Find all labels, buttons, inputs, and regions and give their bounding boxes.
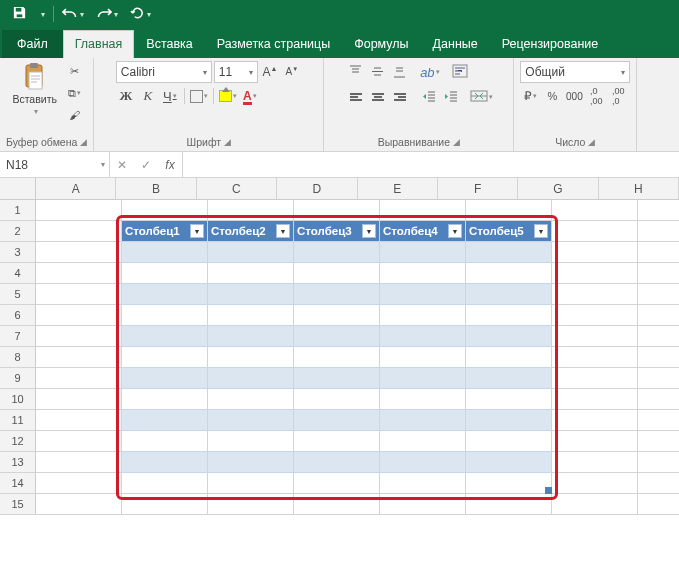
cell[interactable] <box>638 452 679 473</box>
row-header[interactable]: 8 <box>0 347 36 368</box>
cell[interactable] <box>552 347 638 368</box>
chevron-down-icon[interactable]: ▾ <box>80 10 84 19</box>
table-cell[interactable] <box>294 347 380 368</box>
table-cell[interactable] <box>380 410 466 431</box>
row-header[interactable]: 5 <box>0 284 36 305</box>
name-box[interactable]: N18▾ <box>0 152 110 177</box>
align-center-button[interactable] <box>368 87 388 107</box>
column-header[interactable]: A <box>36 178 116 200</box>
column-header[interactable]: B <box>116 178 196 200</box>
increase-indent-button[interactable] <box>442 87 462 107</box>
table-cell[interactable] <box>380 452 466 473</box>
cut-button[interactable]: ✂ <box>65 61 85 81</box>
row-header[interactable]: 7 <box>0 326 36 347</box>
table-cell[interactable] <box>122 347 208 368</box>
cell[interactable] <box>638 200 679 221</box>
italic-button[interactable]: К <box>138 86 158 106</box>
decrease-indent-button[interactable] <box>420 87 440 107</box>
table-cell[interactable] <box>380 473 466 494</box>
table-cell[interactable] <box>122 284 208 305</box>
cell[interactable] <box>380 494 466 515</box>
table-cell[interactable] <box>208 305 294 326</box>
table-cell[interactable] <box>122 452 208 473</box>
cell[interactable] <box>638 284 679 305</box>
row-header[interactable]: 3 <box>0 242 36 263</box>
borders-button[interactable]: ▾ <box>189 86 209 106</box>
align-bottom-button[interactable] <box>390 62 410 82</box>
table-cell[interactable] <box>380 347 466 368</box>
table-cell[interactable] <box>208 452 294 473</box>
filter-dropdown-button[interactable]: ▼ <box>534 224 548 238</box>
table-cell[interactable] <box>122 410 208 431</box>
number-format-combo[interactable]: Общий▾ <box>520 61 630 83</box>
table-cell[interactable] <box>208 263 294 284</box>
decrease-decimal-button[interactable]: ,00,0 <box>608 86 628 106</box>
wrap-text-button[interactable] <box>450 61 470 83</box>
table-cell[interactable] <box>380 389 466 410</box>
repeat-button[interactable]: ▾ <box>124 0 157 28</box>
filter-dropdown-button[interactable]: ▼ <box>448 224 462 238</box>
table-cell[interactable] <box>466 284 552 305</box>
dialog-launcher-icon[interactable]: ◢ <box>224 137 231 147</box>
column-header[interactable]: C <box>197 178 277 200</box>
table-cell[interactable] <box>208 389 294 410</box>
cell[interactable] <box>36 200 122 221</box>
bold-button[interactable]: Ж <box>116 86 136 106</box>
cell[interactable] <box>36 284 122 305</box>
chevron-down-icon[interactable]: ▾ <box>147 10 151 19</box>
table-cell[interactable] <box>122 431 208 452</box>
cell[interactable] <box>36 368 122 389</box>
table-resize-handle[interactable] <box>545 487 552 494</box>
chevron-down-icon[interactable]: ▾ <box>114 10 118 19</box>
table-header-cell[interactable]: Столбец3▼ <box>294 221 380 242</box>
table-cell[interactable] <box>208 242 294 263</box>
table-header-cell[interactable]: Столбец1▼ <box>122 221 208 242</box>
cell[interactable] <box>638 242 679 263</box>
table-cell[interactable] <box>294 410 380 431</box>
cell[interactable] <box>552 305 638 326</box>
cell[interactable] <box>552 221 638 242</box>
table-cell[interactable] <box>380 326 466 347</box>
font-size-combo[interactable]: 11▾ <box>214 61 258 83</box>
cell[interactable] <box>36 326 122 347</box>
table-cell[interactable] <box>294 263 380 284</box>
cell[interactable] <box>36 305 122 326</box>
row-header[interactable]: 12 <box>0 431 36 452</box>
row-header[interactable]: 15 <box>0 494 36 515</box>
tab-page-layout[interactable]: Разметка страницы <box>205 30 342 58</box>
align-top-button[interactable] <box>346 62 366 82</box>
underline-button[interactable]: Ч▾ <box>160 86 180 106</box>
table-cell[interactable] <box>122 263 208 284</box>
cell[interactable] <box>638 431 679 452</box>
cell[interactable] <box>294 200 380 221</box>
cell[interactable] <box>122 494 208 515</box>
chevron-down-icon[interactable]: ▾ <box>41 10 45 19</box>
table-cell[interactable] <box>466 326 552 347</box>
cell[interactable] <box>552 263 638 284</box>
increase-font-button[interactable]: A▲ <box>260 62 280 82</box>
cancel-formula-button[interactable]: ✕ <box>110 158 134 172</box>
cell[interactable] <box>36 263 122 284</box>
cell[interactable] <box>552 368 638 389</box>
table-cell[interactable] <box>466 452 552 473</box>
table-cell[interactable] <box>466 431 552 452</box>
align-left-button[interactable] <box>346 87 366 107</box>
table-cell[interactable] <box>208 410 294 431</box>
increase-decimal-button[interactable]: ,0,00 <box>586 86 606 106</box>
cell[interactable] <box>36 452 122 473</box>
chevron-down-icon[interactable]: ▾ <box>34 107 38 116</box>
table-header-cell[interactable]: Столбец5▼ <box>466 221 552 242</box>
cell[interactable] <box>36 389 122 410</box>
table-cell[interactable] <box>294 368 380 389</box>
tab-formulas[interactable]: Формулы <box>342 30 420 58</box>
save-button[interactable] <box>6 0 33 28</box>
cell[interactable] <box>552 494 638 515</box>
dialog-launcher-icon[interactable]: ◢ <box>453 137 460 147</box>
cell[interactable] <box>36 221 122 242</box>
cell[interactable] <box>552 284 638 305</box>
table-cell[interactable] <box>466 389 552 410</box>
cell[interactable] <box>36 242 122 263</box>
table-cell[interactable] <box>466 473 552 494</box>
row-header[interactable]: 2 <box>0 221 36 242</box>
table-cell[interactable] <box>466 368 552 389</box>
